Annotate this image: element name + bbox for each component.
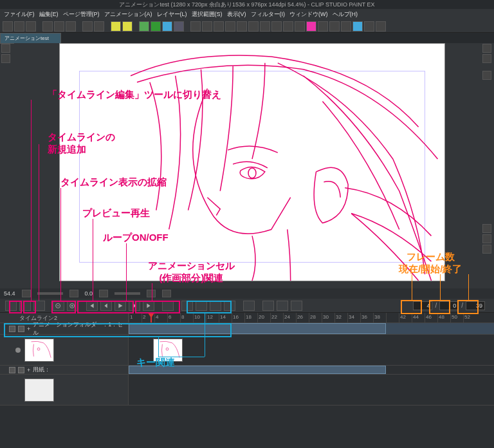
menu-file[interactable]: ファイル(F) <box>3 10 36 19</box>
open-icon[interactable] <box>14 21 24 32</box>
right-tool-layer-icon[interactable] <box>482 54 491 63</box>
right-tool-5[interactable] <box>482 234 491 243</box>
thumb-track[interactable] <box>129 335 494 365</box>
key-interpolate-icon[interactable] <box>277 301 288 311</box>
sel1-icon[interactable] <box>190 21 201 32</box>
right-tool-6[interactable] <box>482 245 491 254</box>
cel-assign-icon[interactable] <box>196 301 207 311</box>
zoom-in-timeline-icon[interactable] <box>67 301 78 311</box>
fill-icon[interactable] <box>94 21 104 32</box>
snap1-icon[interactable] <box>248 21 259 32</box>
paper-check-2[interactable] <box>18 367 24 373</box>
menu-filter[interactable]: フィルター(I) <box>250 10 287 19</box>
ruler-tick: 50 <box>450 313 463 322</box>
sel3-icon[interactable] <box>214 21 224 32</box>
ruler-tick: 18 <box>244 313 257 322</box>
snap9-icon[interactable] <box>341 21 351 32</box>
right-tool-visibility-icon[interactable] <box>482 44 491 53</box>
menu-edit[interactable]: 編集(E) <box>38 10 60 19</box>
key-delete-icon[interactable] <box>291 301 302 311</box>
document-tab[interactable]: アニメーションtest <box>0 33 61 44</box>
canvas[interactable] <box>59 43 445 281</box>
color4-icon[interactable] <box>174 21 184 32</box>
play-icon[interactable] <box>114 301 126 311</box>
color3-icon[interactable] <box>162 21 172 32</box>
timeline-settings-icon[interactable] <box>33 301 45 311</box>
loop-icon[interactable] <box>162 301 174 311</box>
paper-body[interactable] <box>129 366 494 374</box>
frame-end-field[interactable]: 39 <box>466 301 485 310</box>
snap2-icon[interactable] <box>260 21 270 32</box>
new-timeline-icon[interactable] <box>19 301 31 311</box>
new-icon[interactable] <box>3 21 13 32</box>
menu-layer[interactable]: レイヤー(L) <box>156 10 188 19</box>
extra2-icon[interactable] <box>376 21 386 32</box>
paste-icon[interactable] <box>122 21 133 32</box>
paper-thumb-track[interactable] <box>129 375 494 405</box>
extra1-icon[interactable] <box>364 21 374 32</box>
cel-delete-icon[interactable] <box>210 301 221 311</box>
menu-page[interactable]: ページ管理(P) <box>62 10 101 19</box>
clear-icon[interactable] <box>82 21 93 32</box>
menu-view[interactable]: 表示(V) <box>226 10 248 19</box>
rotate-right-icon[interactable] <box>147 290 156 297</box>
undo-icon[interactable] <box>42 21 53 32</box>
visibility-dot-icon[interactable] <box>15 348 21 353</box>
cel-new-icon[interactable] <box>181 301 193 311</box>
frame-current-field[interactable]: 4 <box>413 301 432 310</box>
3d-icon[interactable] <box>352 21 363 32</box>
go-start-icon[interactable] <box>86 301 98 311</box>
right-tool-4[interactable] <box>482 224 491 233</box>
frame-start-field[interactable]: 0 <box>439 301 459 310</box>
frame-thumbnail[interactable] <box>153 339 183 362</box>
sel2-icon[interactable] <box>202 21 212 32</box>
snap5-icon[interactable] <box>295 21 305 32</box>
track-header[interactable]: + アニメーションフォルダー：1：セル <box>0 323 129 334</box>
track-body[interactable] <box>129 323 494 334</box>
playhead[interactable] <box>151 313 152 322</box>
sel4-icon[interactable] <box>225 21 235 32</box>
prev-frame-icon[interactable] <box>100 301 112 311</box>
menu-window[interactable]: ウィンドウ(W) <box>288 10 329 19</box>
color1-icon[interactable] <box>139 21 149 32</box>
zoom-in-icon[interactable] <box>69 290 78 297</box>
rotate-slider[interactable] <box>114 292 140 295</box>
next-frame-icon[interactable] <box>129 301 140 311</box>
paper-header[interactable]: + 用紙： <box>0 366 129 374</box>
menu-animation[interactable]: アニメーション(A) <box>103 10 154 19</box>
paper-check-1[interactable] <box>9 367 15 373</box>
snap7-icon[interactable] <box>318 21 328 32</box>
timeline-ruler[interactable]: 1246810121416182022242628303234363842444… <box>129 313 494 322</box>
left-tool-2[interactable] <box>1 54 10 63</box>
zoom-out-icon[interactable] <box>22 290 31 297</box>
save-icon[interactable] <box>26 21 36 32</box>
snap8-icon[interactable] <box>329 21 340 32</box>
zoom-slider[interactable] <box>37 292 63 295</box>
snap4-icon[interactable] <box>283 21 293 32</box>
menu-selection[interactable]: 選択範囲(S) <box>190 10 224 19</box>
redo-icon[interactable] <box>54 21 64 32</box>
rotate-left-icon[interactable] <box>99 290 108 297</box>
go-end-icon[interactable] <box>143 301 154 311</box>
snap3-icon[interactable] <box>271 21 282 32</box>
track-enable-checkbox[interactable] <box>9 326 15 332</box>
cel-copy-icon[interactable] <box>224 301 235 311</box>
zoom-out-timeline-icon[interactable] <box>53 301 64 311</box>
cut-icon[interactable] <box>111 21 121 32</box>
key-add-icon[interactable] <box>262 301 274 311</box>
slash-1: / <box>435 302 437 309</box>
track-enable-checkbox-2[interactable] <box>18 326 24 332</box>
menu-help[interactable]: ヘルプ(H) <box>331 10 360 19</box>
cel-split-icon[interactable] <box>243 301 255 311</box>
sel5-icon[interactable] <box>237 21 247 32</box>
delete-icon[interactable] <box>66 21 76 32</box>
reset-icon[interactable] <box>162 290 171 297</box>
right-tool-3[interactable] <box>482 71 491 80</box>
layer-thumbnail[interactable] <box>24 339 54 362</box>
left-tool-1[interactable] <box>1 44 10 53</box>
snap6-icon[interactable] <box>306 21 316 32</box>
paper-thumbnail[interactable] <box>24 378 54 402</box>
color2-icon[interactable] <box>151 21 161 32</box>
timeline-edit-tool-icon[interactable] <box>5 301 17 311</box>
main-toolbar <box>0 20 494 33</box>
